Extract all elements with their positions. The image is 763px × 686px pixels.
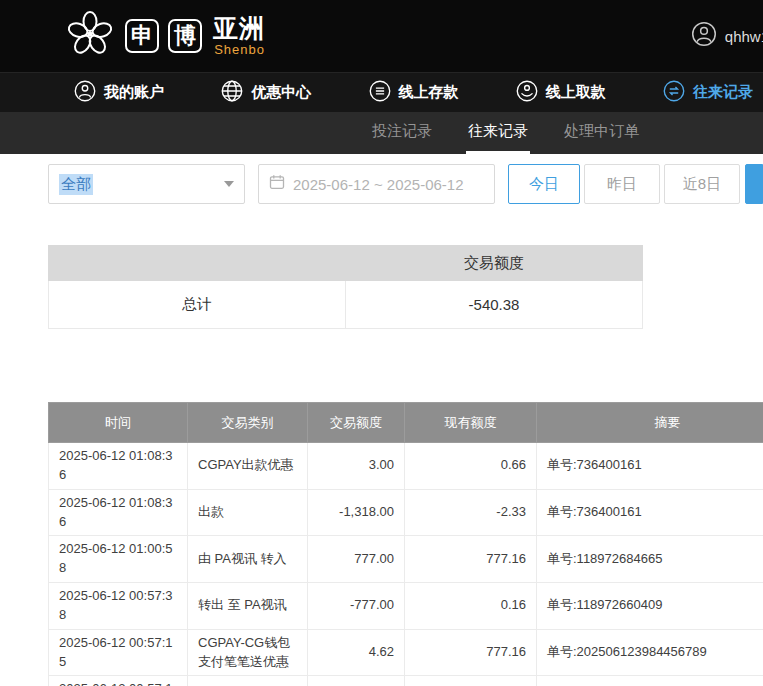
withdraw-icon bbox=[516, 80, 538, 105]
logo[interactable]: 申 博 亚洲 Shenbo bbox=[64, 8, 265, 64]
cell-amount: 4.62 bbox=[308, 629, 405, 676]
records-table: 时间 交易类别 交易额度 现有额度 摘要 2025-06-12 01:08:36… bbox=[48, 402, 763, 686]
nav-label: 线上存款 bbox=[399, 83, 459, 102]
cell-type: CGPAY-CG钱包支付笔笔送优惠 bbox=[188, 629, 308, 676]
logo-char-1: 申 bbox=[125, 19, 159, 53]
cell-time: 2025-06-12 01:08:36 bbox=[49, 489, 188, 536]
cell-balance: 0.66 bbox=[405, 443, 537, 490]
today-button[interactable]: 今日 bbox=[508, 164, 580, 204]
cell-note: 单号:118972684665 bbox=[537, 536, 763, 583]
cell-balance: 0.16 bbox=[405, 583, 537, 630]
table-row: 2025-06-12 01:00:58 由 PA视讯 转入 777.00 777… bbox=[49, 536, 763, 583]
sub-nav: 投注记录 往来记录 处理中订单 bbox=[0, 112, 763, 154]
user-account[interactable]: qhhw1 bbox=[691, 21, 763, 51]
cell-type: CGPAY出款优惠 bbox=[188, 443, 308, 490]
nav-label: 优惠中心 bbox=[251, 83, 311, 102]
cell-time: 2025-06-12 01:00:58 bbox=[49, 536, 188, 583]
cell-time: 2025-06-12 00:57:15 bbox=[49, 676, 188, 686]
flower-logo-icon bbox=[64, 8, 116, 64]
table-body: 2025-06-12 01:08:36 CGPAY出款优惠 3.00 0.66 … bbox=[49, 443, 763, 686]
header-time: 时间 bbox=[49, 403, 188, 443]
summary-header: 交易额度 bbox=[48, 245, 643, 281]
filter-bar: 全部 2025-06-12 ~ 2025-06-12 今日 昨日 近8日 bbox=[48, 164, 763, 204]
logo-sub-text: Shenbo bbox=[214, 42, 265, 57]
nav-item-promo-center[interactable]: 优惠中心 bbox=[221, 80, 311, 105]
cell-note: 单号:736400161 bbox=[537, 489, 763, 536]
cell-balance: 777.16 bbox=[405, 629, 537, 676]
table-row: 2025-06-12 00:57:38 转出 至 PA视讯 -777.00 0.… bbox=[49, 583, 763, 630]
summary-header-label: 交易额度 bbox=[345, 254, 643, 273]
cell-amount: -777.00 bbox=[308, 583, 405, 630]
chevron-down-icon bbox=[224, 181, 234, 187]
username-text: qhhw1 bbox=[725, 28, 763, 45]
nav-item-my-account[interactable]: 我的账户 bbox=[74, 80, 164, 105]
filter-action-button[interactable] bbox=[745, 164, 763, 204]
tab-betting-records[interactable]: 投注记录 bbox=[370, 112, 434, 154]
cell-note: 单号:202506123984456789 bbox=[537, 629, 763, 676]
cell-amount: 3.00 bbox=[308, 443, 405, 490]
deposit-icon bbox=[369, 80, 391, 105]
table-header-row: 时间 交易类别 交易额度 现有额度 摘要 bbox=[49, 403, 763, 443]
tab-transaction-records[interactable]: 往来记录 bbox=[466, 112, 530, 154]
logo-char-2: 博 bbox=[168, 19, 202, 53]
type-select-value: 全部 bbox=[59, 174, 93, 195]
logo-region-text: 亚洲 bbox=[213, 15, 265, 41]
nav-label: 线上取款 bbox=[546, 83, 606, 102]
cell-note: 单号:202506123984456789 bbox=[537, 676, 763, 686]
table-row: 2025-06-12 00:57:15 CGPAY支付 770.00 772.5… bbox=[49, 676, 763, 686]
promo-icon bbox=[221, 80, 243, 105]
yesterday-button[interactable]: 昨日 bbox=[584, 164, 660, 204]
main-nav: 我的账户 优惠中心 线上存款 线上取款 bbox=[0, 72, 763, 112]
cell-note: 单号:118972660409 bbox=[537, 583, 763, 630]
cell-type: CGPAY支付 bbox=[188, 676, 308, 686]
cell-balance: 777.16 bbox=[405, 536, 537, 583]
cell-note: 单号:736400161 bbox=[537, 443, 763, 490]
nav-label: 往来记录 bbox=[693, 83, 753, 102]
calendar-icon bbox=[269, 174, 285, 194]
cell-type: 由 PA视讯 转入 bbox=[188, 536, 308, 583]
cell-balance: 772.54 bbox=[405, 676, 537, 686]
cell-amount: -1,318.00 bbox=[308, 489, 405, 536]
summary-total-value: -540.38 bbox=[346, 281, 642, 328]
tab-processing-orders[interactable]: 处理中订单 bbox=[562, 112, 641, 154]
last-8-days-button[interactable]: 近8日 bbox=[664, 164, 740, 204]
account-icon bbox=[74, 80, 96, 105]
table-row: 2025-06-12 01:08:36 CGPAY出款优惠 3.00 0.66 … bbox=[49, 443, 763, 490]
header-balance: 现有额度 bbox=[405, 403, 537, 443]
records-icon bbox=[663, 80, 685, 105]
user-icon bbox=[691, 21, 717, 51]
header-type: 交易类别 bbox=[188, 403, 308, 443]
nav-item-online-withdraw[interactable]: 线上取款 bbox=[516, 80, 606, 105]
summary-table: 交易额度 总计 -540.38 bbox=[48, 245, 643, 329]
header-note: 摘要 bbox=[537, 403, 763, 443]
cell-amount: 770.00 bbox=[308, 676, 405, 686]
type-select[interactable]: 全部 bbox=[48, 164, 245, 204]
header-amount: 交易额度 bbox=[308, 403, 405, 443]
summary-total-label: 总计 bbox=[49, 281, 346, 328]
nav-label: 我的账户 bbox=[104, 83, 164, 102]
nav-item-online-deposit[interactable]: 线上存款 bbox=[369, 80, 459, 105]
cell-time: 2025-06-12 01:08:36 bbox=[49, 443, 188, 490]
cell-balance: -2.33 bbox=[405, 489, 537, 536]
cell-time: 2025-06-12 00:57:38 bbox=[49, 583, 188, 630]
cell-type: 转出 至 PA视讯 bbox=[188, 583, 308, 630]
nav-item-transaction-records[interactable]: 往来记录 bbox=[663, 80, 753, 105]
table-row: 2025-06-12 01:08:36 出款 -1,318.00 -2.33 单… bbox=[49, 489, 763, 536]
top-header: 申 博 亚洲 Shenbo qhhw1 bbox=[0, 0, 763, 72]
cell-time: 2025-06-12 00:57:15 bbox=[49, 629, 188, 676]
cell-amount: 777.00 bbox=[308, 536, 405, 583]
summary-row: 总计 -540.38 bbox=[48, 281, 643, 329]
table-row: 2025-06-12 00:57:15 CGPAY-CG钱包支付笔笔送优惠 4.… bbox=[49, 629, 763, 676]
date-range-input[interactable]: 2025-06-12 ~ 2025-06-12 bbox=[258, 164, 495, 204]
cell-type: 出款 bbox=[188, 489, 308, 536]
date-range-value: 2025-06-12 ~ 2025-06-12 bbox=[293, 176, 464, 193]
